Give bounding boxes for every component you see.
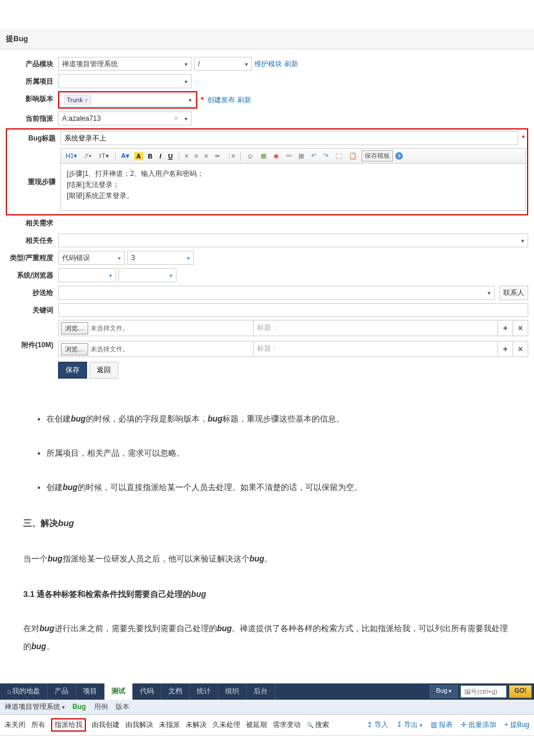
font-button[interactable]: 𝓕▾ [82,151,94,161]
refresh-link[interactable]: 刷新 [284,59,298,69]
filter-assigned-to-me[interactable]: 指派给我 [51,718,86,732]
fontsize-button[interactable]: тT▾ [96,151,111,161]
search-type-select[interactable]: Bug [430,685,458,698]
help-icon[interactable]: ? [395,152,403,160]
label-project: 所属项目 [6,74,58,89]
nav-test[interactable]: 测试 [104,683,133,700]
browse-button-2[interactable]: 浏览… [61,343,88,355]
nav-my[interactable]: 我的地盘 [0,683,48,700]
nav-stat[interactable]: 统计 [190,683,218,700]
ordered-list-button[interactable]: ≔ [212,152,222,160]
undo-button[interactable]: ↶ [309,151,319,161]
save-template-button[interactable]: 保存模板 [362,150,393,161]
filter-postponed[interactable]: 被延期 [246,720,267,730]
import-link[interactable]: ↥导入 [367,720,388,730]
unordered-list-button[interactable]: ⋮≡ [224,152,237,160]
filter-resolved-by-me[interactable]: 由我解决 [125,720,153,730]
browse-button-1[interactable]: 浏览… [61,322,88,334]
flash-button[interactable]: ◉ [271,151,282,161]
filter-unassigned[interactable]: 未指派 [159,720,180,730]
article-body: 在创建bug的时候，必填的字段是影响版本，bug标题，重现步骤这些基本的信息。 … [0,387,534,683]
save-button[interactable]: 保存 [58,362,87,379]
batch-add-link[interactable]: ✢批量添加 [461,720,496,730]
related-task-select[interactable] [58,233,528,247]
t: bug [63,483,78,492]
t: 3.1 [23,589,34,599]
refresh-version-link[interactable]: 刷新 [237,95,251,105]
label-attachment: 附件(10M) [6,330,58,350]
nav-code[interactable]: 代码 [133,683,161,700]
add-file-icon[interactable]: + [497,321,513,336]
nav-project[interactable]: 项目 [76,683,104,700]
filter-created-by-me[interactable]: 由我创建 [92,720,120,730]
browser-select[interactable] [118,268,176,282]
highlight-button[interactable]: A [134,152,143,160]
heading-button[interactable]: H1▾ [63,151,80,161]
module-select[interactable]: / [194,57,252,71]
product-switcher[interactable]: 禅道项目管理系统 [5,703,65,711]
remove-file-icon-2[interactable]: × [513,341,528,357]
back-button[interactable]: 返回 [89,362,118,379]
project-select[interactable] [58,74,192,88]
nav-doc[interactable]: 文档 [161,683,190,700]
create-release-link[interactable]: 创建发布 [207,95,235,105]
textcolor-button[interactable]: A▾ [119,151,132,161]
filter-unresolved[interactable]: 未解决 [186,720,207,730]
file-status-2: 未选择文件。 [91,345,253,354]
separator [115,152,116,161]
file-title-1[interactable]: 标题： [253,321,497,336]
align-right-button[interactable]: ≡ [202,152,210,160]
bold-button[interactable]: B [146,152,155,161]
nav-org[interactable]: 组织 [218,683,247,700]
severity-select[interactable]: 3 [127,251,194,265]
maintain-module-link[interactable]: 维护模块 [254,59,282,69]
underline-button[interactable]: U [166,152,175,161]
clear-assign-icon[interactable]: × [174,114,178,123]
separator [240,152,241,161]
table-button[interactable]: ▦ [296,151,306,161]
subnav-case[interactable]: 用例 [94,703,108,711]
type-select[interactable]: 代码错误 [58,251,125,265]
t: 批量添加 [468,721,496,729]
remove-file-icon[interactable]: × [513,321,528,336]
redo-button[interactable]: ↷ [321,151,331,161]
file-title-2[interactable]: 标题： [253,341,497,357]
label-cc: 抄送给 [6,285,58,300]
subnav-build[interactable]: 版本 [116,703,129,711]
os-select[interactable] [58,268,116,282]
paste-button[interactable]: 📋 [347,151,359,161]
go-button[interactable]: GO! [509,685,532,698]
cc-select[interactable] [58,286,495,300]
keywords-input[interactable] [58,303,528,317]
search-input[interactable] [460,685,507,698]
italic-button[interactable]: I [157,152,164,161]
bug-title-input[interactable] [60,131,518,145]
filter-search[interactable]: 搜索 [306,720,329,730]
remove-tag-icon[interactable]: × [85,97,88,103]
add-bug-link[interactable]: +提Bug [504,720,529,730]
filter-unclosed[interactable]: 未关闭 [5,720,26,730]
export-link[interactable]: ↧导出 ▾ [396,720,423,730]
add-file-icon-2[interactable]: + [497,341,513,357]
product-select[interactable]: 禅道项目管理系统 [58,57,192,71]
image-button[interactable]: ▦ [258,151,269,161]
version-field-highlight: Trunk × [58,91,197,109]
contacts-button[interactable]: 联系人 [499,286,528,300]
emoji-button[interactable]: ☺ [244,151,256,161]
steps-line3: [期望]系统正常登录。 [67,190,519,201]
editor-content[interactable]: [步骤]1、打开禅道；2、输入用户名和密码； [结果]无法登录； [期望]系统正… [61,164,525,210]
page-title: 提Bug [0,29,534,49]
link-button[interactable]: ⚯ [284,151,294,161]
filter-all[interactable]: 所有 [31,720,45,730]
version-tag[interactable]: Trunk × [64,95,91,105]
report-link[interactable]: ▥报表 [431,720,453,730]
filter-long-pending[interactable]: 久未处理 [212,720,240,730]
align-left-button[interactable]: ≡ [183,152,190,160]
align-center-button[interactable]: ≡ [193,152,200,160]
assign-select[interactable]: A:azalea713 × [58,111,192,125]
nav-admin[interactable]: 后台 [247,683,275,700]
subnav-bug[interactable]: Bug [73,703,86,711]
nav-product[interactable]: 产品 [48,683,76,700]
fullscreen-button[interactable]: ⛶ [333,152,344,161]
filter-req-changed[interactable]: 需求变动 [273,720,301,730]
